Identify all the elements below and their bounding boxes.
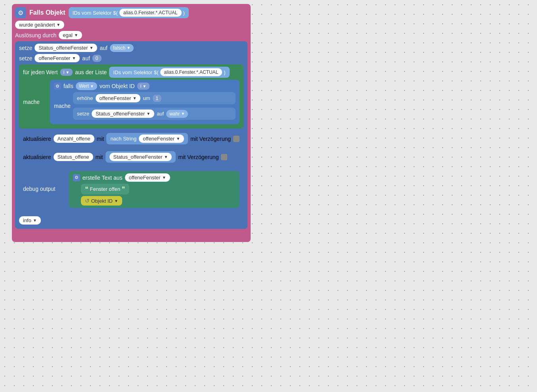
zero-pill[interactable]: 0: [92, 55, 102, 62]
alias-pill-forloop[interactable]: alias.0.Fenster.*.ACTUAL: [160, 68, 222, 76]
fenster-offen-literal: ❝ Fenster offen ❞: [81, 184, 129, 194]
gear-icon[interactable]: ⚙: [15, 7, 26, 18]
close-quote: ❞: [122, 185, 125, 193]
status-offene-fenster-pill-4[interactable]: Status_offeneFenster ▼: [109, 153, 172, 161]
mache2-row: mache erhöhe offeneFenster ▼: [54, 92, 236, 120]
offene-fenster-pill-debug[interactable]: offeneFenster ▼: [125, 173, 170, 182]
offene-fenster-pill-erhohe[interactable]: offeneFenster ▼: [96, 94, 141, 102]
falls-objekt-label: Falls Objekt: [29, 9, 65, 16]
debug-block: debug output ⚙ erstelle Text aus offeneF…: [19, 167, 244, 212]
info-pill[interactable]: info ▼: [19, 216, 41, 225]
auslosung-row: Auslösung durch egal ▼: [15, 31, 247, 39]
alias-pill-header[interactable]: alias.0.Fenster.*.ACTUAL: [119, 9, 182, 17]
i-val-pill[interactable]: i ▼: [137, 83, 150, 90]
verzogerung-checkbox-2[interactable]: [221, 154, 227, 160]
ids-label: IDs vom Selektor $( alias.0.Fenster.*.AC…: [69, 7, 189, 18]
wahr-pill[interactable]: wahr ▼: [166, 110, 188, 118]
mache1-row: mache ⚙ falls Wert ▼: [23, 80, 240, 124]
wert-pill[interactable]: Wert ▼: [76, 82, 97, 90]
objekt-id-row: ↺ Objekt ID ▼: [81, 196, 236, 206]
falls-header: ⚙ falls Wert ▼ vom Objekt ID i ▼: [54, 82, 236, 90]
erhohe-block: erhöhe offeneFenster ▼ um 1: [73, 92, 236, 104]
aktualisiere1-block: aktualisiere Anzahl_offene mit nach Stri…: [19, 131, 244, 147]
wurde-geaendert-pill[interactable]: wurde geändert ▼: [15, 21, 64, 29]
i-var-pill[interactable]: i ▼: [60, 69, 73, 76]
outer-block: ⚙ Falls Objekt IDs vom Selektor $( alias…: [12, 4, 251, 242]
anzahl-offene-pill[interactable]: Anzahl_offene: [54, 135, 94, 143]
inner-blue-block: setze Status_offeneFenster ▼ auf falsch …: [15, 41, 247, 229]
string-literal-row: ❝ Fenster offen ❞: [81, 184, 236, 194]
debug-row: debug output ⚙ erstelle Text aus offeneF…: [23, 169, 240, 208]
falls-block: ⚙ falls Wert ▼ vom Objekt ID i ▼: [50, 80, 240, 124]
for-loop-block: für jeden Wert i ▼ aus der Liste IDs vom…: [19, 64, 244, 129]
erstelle-row: ⚙ erstelle Text aus offeneFenster ▼: [73, 173, 236, 182]
egal-pill[interactable]: egal ▼: [59, 31, 82, 39]
aktualisiere2-block: aktualisiere Status_offene mit Status_of…: [19, 149, 244, 165]
dropdown-arrow: ▼: [56, 23, 60, 27]
setze1-row: setze Status_offeneFenster ▼ auf falsch …: [19, 44, 244, 52]
erstelle-gear-icon[interactable]: ⚙: [73, 174, 80, 181]
setze2-row: setze offeneFenster ▼ auf 0: [19, 54, 244, 62]
status-offene-fenster-pill-1[interactable]: Status_offeneFenster ▼: [35, 44, 97, 52]
header-row: ⚙ Falls Objekt IDs vom Selektor $( alias…: [15, 7, 247, 18]
block-bottom-curve: [15, 231, 162, 239]
verzogerung-checkbox-1[interactable]: [233, 136, 240, 142]
one-pill[interactable]: 1: [153, 95, 162, 102]
status-offene-fenster-pill-3[interactable]: Status_offeneFenster ▼: [92, 110, 154, 118]
objekt-id-block[interactable]: ↺ Objekt ID ▼: [81, 196, 122, 206]
main-script-block: ⚙ Falls Objekt IDs vom Selektor $( alias…: [12, 4, 251, 242]
ids-for-loop: IDs vom Selektor $( alias.0.Fenster.*.AC…: [109, 67, 229, 78]
offene-fenster-pill-2[interactable]: offeneFenster ▼: [139, 135, 184, 143]
wurde-geaendert-row: wurde geändert ▼: [15, 21, 247, 29]
falsch-pill[interactable]: falsch ▼: [110, 44, 134, 52]
status-offene-fenster-block: Status_offeneFenster ▼: [105, 151, 176, 163]
status-offene-pill[interactable]: Status_offene: [54, 153, 93, 161]
small-gear-icon[interactable]: ⚙: [54, 83, 61, 90]
for-loop-header: für jeden Wert i ▼ aus der Liste IDs vom…: [23, 67, 240, 78]
offene-fenster-pill-1[interactable]: offeneFenster ▼: [35, 54, 80, 62]
nach-string-block: nach String offeneFenster ▼: [106, 133, 188, 144]
open-quote: ❝: [85, 185, 88, 193]
info-row: info ▼: [19, 214, 244, 225]
erstelle-text-block: ⚙ erstelle Text aus offeneFenster ▼: [69, 171, 240, 208]
setze3-block: setze Status_offeneFenster ▼ auf wahr: [73, 108, 236, 120]
